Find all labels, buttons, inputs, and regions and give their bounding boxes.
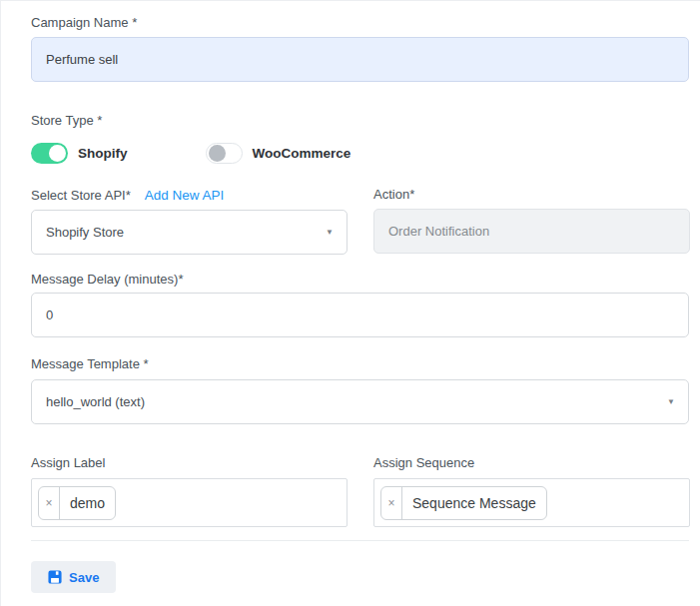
remove-tag-icon[interactable]: × xyxy=(381,487,402,519)
action-label: Action* xyxy=(373,187,414,203)
message-template-selected-value: hello_world (text) xyxy=(46,394,145,409)
toggle-knob xyxy=(49,145,66,162)
action-field: Action* xyxy=(373,187,690,255)
assign-sequence-label: Assign Sequence xyxy=(373,455,690,471)
message-template-label: Message Template * xyxy=(31,356,689,372)
save-icon xyxy=(48,570,62,584)
toggle-knob xyxy=(209,145,226,162)
campaign-name-label: Campaign Name * xyxy=(31,15,689,31)
message-template-select[interactable]: hello_world (text) ▼ xyxy=(31,379,689,424)
sequence-tag-chip: × Sequence Message xyxy=(380,486,547,520)
assign-label-field: Assign Label × demo xyxy=(31,455,348,527)
label-tag-text: demo xyxy=(60,487,115,519)
message-delay-input[interactable] xyxy=(31,293,689,337)
store-api-selected-value: Shopify Store xyxy=(46,225,124,240)
assign-sequence-field: Assign Sequence × Sequence Message xyxy=(373,455,690,527)
store-type-label: Store Type * xyxy=(31,113,689,129)
store-api-field: Select Store API* Add New API Shopify St… xyxy=(31,187,348,255)
woocommerce-toggle[interactable] xyxy=(206,143,243,164)
store-api-label: Select Store API* xyxy=(31,188,131,204)
assign-label-tagbox[interactable]: × demo xyxy=(31,478,348,527)
store-api-select[interactable]: Shopify Store ▼ xyxy=(31,210,348,255)
add-new-api-link[interactable]: Add New API xyxy=(145,187,225,204)
assign-sequence-tagbox[interactable]: × Sequence Message xyxy=(373,478,690,527)
campaign-form: Campaign Name * Store Type * Shopify Woo… xyxy=(1,1,700,541)
remove-tag-icon[interactable]: × xyxy=(39,487,60,519)
shopify-toggle[interactable] xyxy=(31,143,68,164)
message-delay-label: Message Delay (minutes)* xyxy=(31,272,689,288)
campaign-name-input[interactable] xyxy=(31,37,689,82)
assign-label-label: Assign Label xyxy=(31,455,348,471)
shopify-toggle-label: Shopify xyxy=(78,146,128,161)
sequence-tag-text: Sequence Message xyxy=(402,487,546,519)
save-button[interactable]: Save xyxy=(31,561,116,593)
campaign-form-card: Campaign Name * Store Type * Shopify Woo… xyxy=(0,0,700,606)
store-type-options: Shopify WooCommerce xyxy=(31,143,689,164)
store-type-woocommerce[interactable]: WooCommerce xyxy=(206,143,351,164)
save-button-label: Save xyxy=(69,570,99,585)
chevron-down-icon: ▼ xyxy=(667,398,675,406)
chevron-down-icon: ▼ xyxy=(326,229,334,237)
action-input xyxy=(373,209,690,254)
woocommerce-toggle-label: WooCommerce xyxy=(253,146,351,161)
form-footer: Save xyxy=(1,541,700,593)
label-tag-chip: × demo xyxy=(38,486,116,520)
store-type-shopify[interactable]: Shopify xyxy=(31,143,128,164)
